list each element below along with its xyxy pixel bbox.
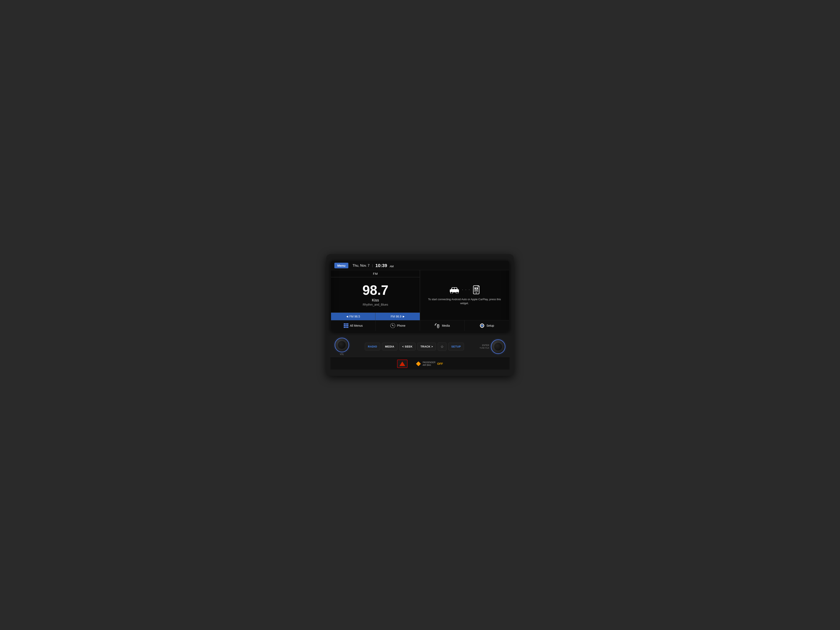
nav-all-menus[interactable]: All Menus: [331, 321, 376, 331]
hazard-button[interactable]: [397, 360, 407, 368]
physical-controls: VOL RADIO MEDIA < SEEK TRACK > ☆ SETUP E…: [330, 336, 510, 357]
genre-display: Rhythm_and_Blues: [363, 303, 388, 306]
tune-knob-wrap: [491, 339, 505, 354]
svg-rect-20: [482, 323, 482, 324]
date-time-display: Thu, Nov. 7 | 10:39 AM: [352, 263, 393, 268]
svg-rect-22: [480, 325, 481, 326]
radio-panel: FM 98.7 Kiss Rhythm_and_Blues ◀ FM 96.5 …: [331, 270, 420, 320]
setup-button[interactable]: SETUP: [448, 343, 464, 351]
nav-all-menus-label: All Menus: [350, 324, 363, 327]
connect-text: To start connecting Android Auto or Appl…: [424, 297, 505, 305]
svg-marker-1: [451, 287, 458, 289]
nav-phone[interactable]: Phone: [376, 321, 420, 331]
svg-rect-7: [474, 287, 478, 292]
right-knob-area: ENTER TUNE FILE: [480, 339, 505, 354]
frequency-display: 98.7: [363, 284, 388, 297]
grid-icon: [344, 323, 348, 328]
volume-knob[interactable]: [335, 338, 349, 352]
seek-button[interactable]: < SEEK: [399, 343, 416, 351]
svg-rect-10: [475, 290, 478, 290]
menu-button[interactable]: Menu: [335, 263, 348, 268]
svg-point-11: [476, 292, 477, 293]
device-icon: [472, 285, 480, 294]
airbag-text: PASSENGERAIR BAG: [423, 361, 436, 366]
phone-icon: [390, 323, 395, 328]
enter-label: ENTER: [482, 344, 489, 346]
nav-setup-label: Setup: [486, 324, 494, 327]
left-arrow-icon: ◀: [346, 315, 348, 318]
nav-phone-label: Phone: [397, 324, 406, 327]
vol-label: VOL: [340, 353, 344, 355]
station-name: Kiss: [372, 298, 379, 303]
car-console: Menu Thu, Nov. 7 | 10:39 AM FM 98.7 Kiss…: [326, 254, 514, 376]
center-buttons: RADIO MEDIA < SEEK TRACK > ☆ SETUP: [365, 343, 464, 351]
infotainment-screen[interactable]: Menu Thu, Nov. 7 | 10:39 AM FM 98.7 Kiss…: [330, 261, 510, 332]
media-button[interactable]: MEDIA: [382, 343, 397, 351]
right-arrow-icon: ▶: [403, 315, 404, 318]
gear-icon: [479, 323, 485, 328]
svg-point-12: [390, 323, 395, 328]
svg-rect-23: [483, 325, 485, 326]
connect-dots: · · ·: [462, 287, 470, 292]
airbag-icon: 🔶: [416, 361, 421, 366]
tune-knob[interactable]: [491, 339, 505, 354]
screen-content: FM 98.7 Kiss Rhythm_and_Blues ◀ FM 96.5 …: [331, 270, 509, 320]
right-knob-labels: ENTER TUNE FILE: [480, 344, 489, 349]
hazard-triangle-icon: [399, 362, 405, 366]
radio-button[interactable]: RADIO: [365, 343, 380, 351]
connect-icons: · · ·: [449, 285, 480, 294]
indicator-row: 🔶 PASSENGERAIR BAG OFF: [330, 357, 510, 369]
svg-point-3: [456, 292, 458, 294]
svg-rect-9: [477, 288, 478, 289]
nav-media[interactable]: Media: [420, 321, 464, 331]
svg-point-2: [451, 292, 453, 294]
svg-point-17: [481, 325, 483, 327]
station-info: 98.7 Kiss Rhythm_and_Blues: [331, 277, 420, 313]
date-display: Thu, Nov. 7: [352, 264, 369, 267]
tune-file-label: TUNE FILE: [480, 347, 489, 349]
knob-inner-right: [494, 343, 502, 351]
time-display: 10:39: [376, 263, 387, 268]
nav-media-label: Media: [442, 324, 450, 327]
airbag-indicator: 🔶 PASSENGERAIR BAG OFF: [416, 361, 443, 366]
knob-inner: [338, 341, 346, 349]
preset-right-label: FM 98.9: [391, 315, 401, 318]
preset-buttons: ◀ FM 96.5 FM 98.9 ▶: [331, 313, 420, 320]
ampm-display: AM: [390, 265, 394, 268]
nav-setup[interactable]: Setup: [464, 321, 509, 331]
screen-header: Menu Thu, Nov. 7 | 10:39 AM: [331, 261, 509, 270]
airbag-status: OFF: [437, 362, 443, 365]
svg-rect-21: [482, 327, 482, 328]
svg-rect-5: [455, 288, 457, 289]
bottom-nav: All Menus Phone: [331, 320, 509, 331]
band-label: FM: [331, 270, 420, 277]
favorite-button[interactable]: ☆: [438, 343, 447, 351]
preset-left-label: FM 96.5: [349, 315, 360, 318]
connect-widget[interactable]: · · · To start connecting Android: [420, 270, 509, 320]
track-button[interactable]: TRACK >: [417, 343, 436, 351]
preset-left-button[interactable]: ◀ FM 96.5: [331, 313, 376, 320]
svg-rect-8: [475, 288, 476, 289]
svg-rect-4: [452, 288, 454, 289]
car-icon: [449, 286, 460, 294]
media-icon: [434, 323, 440, 328]
volume-knob-wrap: VOL: [335, 338, 349, 355]
preset-right-button[interactable]: FM 98.9 ▶: [376, 313, 420, 320]
svg-point-13: [437, 326, 439, 328]
